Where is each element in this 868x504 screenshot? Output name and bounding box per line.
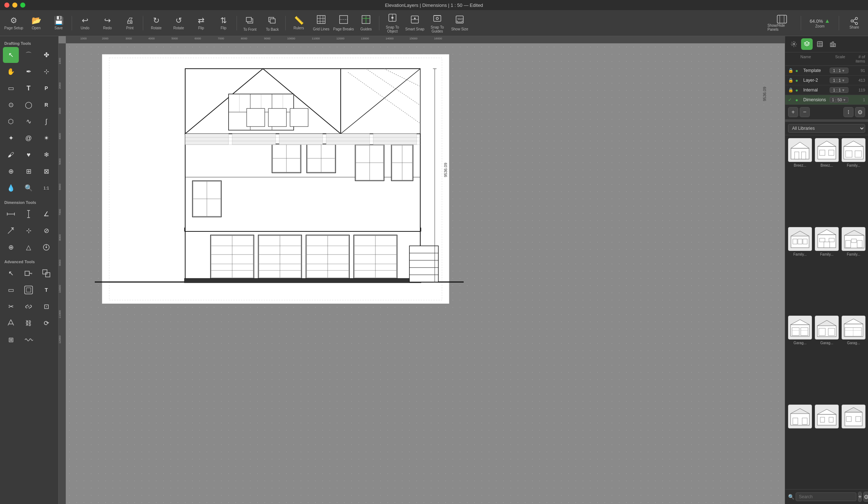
connect-tool[interactable]: ⊞ — [21, 163, 37, 179]
rs-tab-chart[interactable] — [827, 38, 839, 50]
layer-settings-button[interactable]: ⚙ — [855, 107, 865, 117]
save-button[interactable]: 💾 Save — [48, 12, 69, 34]
layer-eye-template[interactable]: ● — [795, 68, 801, 73]
layer-row-dimensions[interactable]: ✓ ● Dimensions 1 : 50 ▼ 1 — [785, 95, 868, 105]
rs-tab-grid[interactable] — [814, 38, 826, 50]
library-item-12[interactable] — [842, 405, 865, 487]
move-node-tool[interactable]: ⊕ — [3, 163, 19, 179]
layer-eye-internal[interactable]: ● — [795, 87, 801, 93]
layer-eye-layer2[interactable]: ● — [795, 78, 801, 83]
adv-clip-tool[interactable] — [38, 265, 54, 281]
polygon-tool[interactable]: ⬡ — [3, 114, 19, 129]
close-button[interactable] — [4, 3, 9, 8]
show-size-button[interactable]: WxH Show Size — [449, 12, 471, 34]
r-shape-tool[interactable]: R — [38, 97, 54, 113]
layer-scale-template[interactable]: 1 : 1 ▼ — [830, 68, 848, 73]
layer-scale-dimensions[interactable]: 1 : 50 ▼ — [830, 97, 848, 103]
rect-tool[interactable]: ▭ — [3, 80, 19, 96]
dim-extra-tool[interactable] — [38, 239, 54, 255]
text-tool[interactable]: T — [21, 80, 37, 96]
library-item-4[interactable]: Family... — [788, 227, 812, 313]
node-tool[interactable]: ⊹ — [38, 64, 54, 80]
library-item-2[interactable]: Breez... — [815, 138, 839, 224]
adv-loop-tool[interactable]: ⟳ — [38, 315, 54, 331]
adv-nest-tool[interactable] — [21, 282, 37, 298]
add-library-button[interactable]: + — [858, 492, 862, 502]
adv-link-tool[interactable] — [21, 299, 37, 315]
rulers-button[interactable]: 📏 Rulers — [288, 12, 310, 34]
pen-tool[interactable]: ✒ — [21, 64, 37, 80]
dim-v-tool[interactable] — [21, 206, 37, 222]
smart-snap-button[interactable]: Smart Snap — [404, 12, 426, 34]
layer-row-internal[interactable]: 🔒 ● Internal 1 : 1 ▼ 119 — [785, 85, 868, 95]
arc-tool[interactable]: ⌒ — [21, 47, 37, 63]
layer-row-template[interactable]: 🔒 ● Template 1 : 1 ▼ 91 — [785, 66, 868, 76]
library-item-9[interactable]: Garag... — [842, 316, 865, 402]
library-search-input[interactable] — [796, 492, 856, 501]
library-item-5[interactable]: Family... — [815, 227, 839, 313]
canvas-content[interactable]: 9536.09 9536.09 — [66, 43, 785, 504]
dim-h-tool[interactable] — [3, 206, 19, 222]
library-item-10[interactable] — [788, 405, 812, 487]
to-front-button[interactable]: To Front — [239, 12, 261, 34]
transform-tool[interactable]: ✤ — [38, 47, 54, 63]
flip-h-button[interactable]: ⇄ Flip — [190, 12, 212, 34]
page-breaks-button[interactable]: Page Breaks — [333, 12, 354, 34]
spiro-tool[interactable]: ✴ — [38, 130, 54, 146]
adv-wave-tool[interactable] — [21, 332, 37, 348]
share-button[interactable]: Share — [843, 12, 865, 34]
eyedropper-tool[interactable]: 💧 — [3, 180, 19, 196]
adv-align-tool[interactable] — [3, 315, 19, 331]
library-item-6[interactable]: Family... — [842, 227, 865, 313]
star-tool[interactable]: ✦ — [3, 130, 19, 146]
rotate-ccw-button[interactable]: ↺ Rotate — [168, 12, 190, 34]
adv-measure-tool[interactable]: ⊡ — [38, 299, 54, 315]
zoom-tool[interactable]: 🔍 — [21, 180, 37, 196]
open-button[interactable]: 📂 Open — [25, 12, 47, 34]
symbol-tool[interactable]: P — [38, 80, 54, 96]
rs-tab-layers[interactable] — [801, 38, 813, 50]
show-hide-panels-button[interactable]: Show/Hide Panels — [767, 12, 796, 34]
layer-eye-dimensions[interactable]: ● — [795, 97, 801, 103]
curve-tool[interactable]: ∫ — [38, 114, 54, 129]
minimize-button[interactable] — [12, 3, 17, 8]
adv-select-tool[interactable]: ↖ — [3, 265, 19, 281]
print-button[interactable]: 🖨 Print — [119, 12, 141, 34]
remove-layer-button[interactable]: − — [800, 107, 810, 117]
main-canvas[interactable]: 1000 2000 3000 4000 5000 6000 7000 8000 … — [59, 36, 785, 504]
exclude-tool[interactable]: ⊠ — [38, 163, 54, 179]
dim-circle-tool[interactable]: ⊘ — [38, 223, 54, 239]
select-tool[interactable]: ↖ — [3, 47, 19, 63]
library-settings-button[interactable]: ⚙ — [863, 492, 868, 502]
page-setup-button[interactable]: ⚙ Page Setup — [3, 12, 25, 34]
library-item-1[interactable]: Breez... — [788, 138, 812, 224]
library-selector[interactable]: All Libraries — [788, 124, 865, 133]
add-layer-button[interactable]: + — [788, 107, 798, 117]
adv-complex-tool[interactable]: ⊞ — [3, 332, 19, 348]
adv-expand-tool[interactable] — [21, 265, 37, 281]
flip-v-button[interactable]: ⇅ Flip — [213, 12, 234, 34]
ellipse-tool[interactable]: ◯ — [21, 97, 37, 113]
adv-scissors-tool[interactable]: ✂ — [3, 299, 19, 315]
layer-options-button[interactable] — [843, 107, 854, 117]
to-back-button[interactable]: To Back — [261, 12, 283, 34]
snap-to-object-button[interactable]: Snap To Object — [382, 12, 403, 34]
spiral-tool[interactable]: @ — [21, 130, 37, 146]
dim-angle-tool[interactable]: ∠ — [38, 206, 54, 222]
rotate-cw-button[interactable]: ↻ Rotate — [145, 12, 167, 34]
adv-chain-tool[interactable]: ⛓ — [21, 315, 37, 331]
layer-scale-layer2[interactable]: 1 : 1 ▼ — [830, 77, 848, 83]
dim-alt-tool[interactable]: ⊹ — [21, 223, 37, 239]
zoom-up-arrow[interactable]: ▲ — [825, 18, 830, 24]
layer-row-layer2[interactable]: 🔒 ● Layer-2 1 : 1 ▼ 413 — [785, 76, 868, 85]
adv-text-tool[interactable]: T — [38, 282, 54, 298]
library-item-11[interactable] — [815, 405, 839, 487]
redo-button[interactable]: ↪ Redo — [97, 12, 118, 34]
snowflake-tool[interactable]: ❄ — [38, 147, 54, 163]
dim-leader-tool[interactable] — [3, 223, 19, 239]
dim-center-tool[interactable]: ⊕ — [3, 239, 19, 255]
hand-tool[interactable]: ✋ — [3, 64, 19, 80]
dim-tri-tool[interactable]: △ — [21, 239, 37, 255]
library-item-8[interactable]: Garag... — [815, 316, 839, 402]
scale-display-tool[interactable]: 1:1 — [38, 180, 54, 196]
